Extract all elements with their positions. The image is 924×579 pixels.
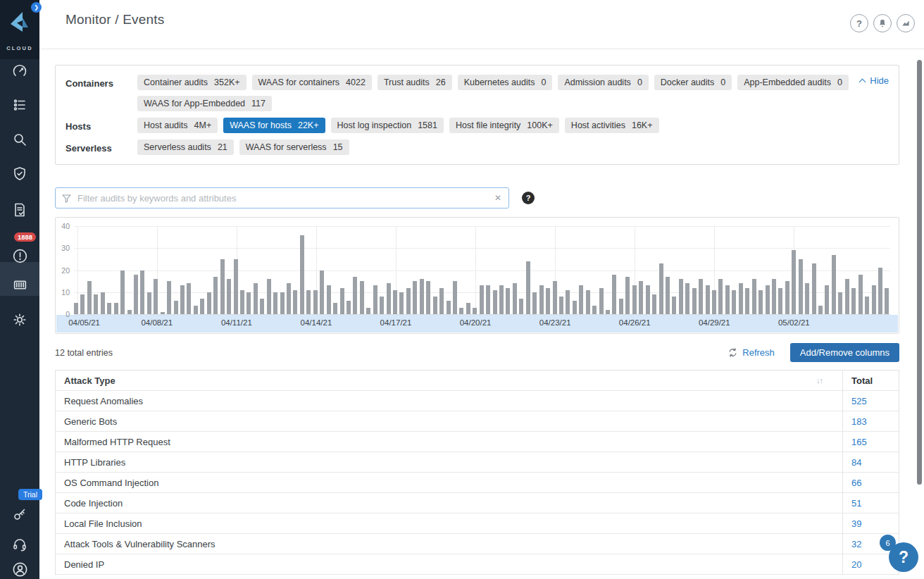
histogram-bar[interactable]	[380, 297, 384, 314]
audit-category-chip[interactable]: Docker audits0	[654, 75, 732, 90]
histogram-bar[interactable]	[799, 259, 803, 314]
histogram-bar[interactable]	[399, 292, 404, 314]
histogram-bar[interactable]	[838, 292, 842, 314]
sidebar-item-licenses[interactable]: Trial	[0, 500, 39, 528]
histogram-bar[interactable]	[74, 303, 78, 314]
histogram-bar[interactable]	[672, 297, 676, 314]
histogram-bar[interactable]	[546, 288, 550, 315]
histogram-bar[interactable]	[845, 279, 849, 314]
column-header-total[interactable]: Total	[843, 375, 899, 386]
audit-category-chip[interactable]: Host activities16K+	[565, 118, 659, 133]
total-count-link[interactable]: 20	[851, 559, 861, 570]
histogram-bar[interactable]	[878, 268, 882, 314]
hide-panel-link[interactable]: Hide	[860, 75, 889, 86]
histogram-bar[interactable]	[161, 312, 165, 314]
audit-category-chip[interactable]: Container audits352K+	[137, 75, 246, 90]
audit-category-chip[interactable]: WAAS for containers4022	[252, 75, 372, 90]
histogram-bar[interactable]	[566, 290, 570, 314]
sidebar-item-monitor[interactable]	[0, 57, 39, 85]
histogram-bar[interactable]	[513, 283, 517, 314]
histogram-bar[interactable]	[739, 283, 743, 314]
histogram-bar[interactable]	[473, 308, 477, 314]
audit-category-chip[interactable]: WAAS for hosts22K+	[223, 118, 325, 133]
histogram-bar[interactable]	[832, 255, 836, 314]
histogram-bar[interactable]	[293, 290, 297, 314]
histogram-bar[interactable]	[260, 299, 264, 314]
histogram-bar[interactable]	[87, 281, 92, 314]
add-remove-columns-button[interactable]: Add/Remove columns	[790, 343, 899, 362]
histogram-bar[interactable]	[818, 306, 823, 315]
table-row[interactable]: Attack Tools & Vulnerability Scanners32	[56, 534, 899, 554]
histogram-bar[interactable]	[480, 285, 484, 314]
audit-category-chip[interactable]: Host file integrity100K+	[449, 118, 559, 133]
histogram-bar[interactable]	[287, 283, 291, 314]
histogram-bar[interactable]	[273, 292, 277, 314]
histogram-bar[interactable]	[766, 285, 770, 314]
total-count-link[interactable]: 183	[851, 416, 867, 427]
histogram-bar[interactable]	[280, 292, 285, 314]
histogram-bar[interactable]	[320, 270, 324, 315]
histogram-bar[interactable]	[685, 283, 689, 314]
histogram-bar[interactable]	[539, 285, 544, 314]
histogram-bar[interactable]	[592, 306, 597, 315]
sidebar-item-support[interactable]	[0, 530, 39, 559]
histogram-bar[interactable]	[865, 297, 869, 314]
histogram-bar[interactable]	[812, 263, 816, 314]
sidebar-item-containers[interactable]	[0, 270, 39, 299]
sidebar-item-defend[interactable]	[0, 91, 39, 119]
histogram-bar[interactable]	[679, 279, 683, 314]
histogram-bar[interactable]	[140, 270, 144, 315]
audit-category-chip[interactable]: App-Embedded audits0	[737, 75, 849, 90]
histogram-bar[interactable]	[718, 279, 723, 314]
histogram-bar[interactable]	[194, 306, 198, 315]
histogram-bar[interactable]	[506, 288, 510, 315]
sidebar-expand-toggle[interactable]: ❯	[31, 2, 42, 13]
histogram-bar[interactable]	[180, 285, 185, 314]
histogram-bar[interactable]	[752, 279, 756, 314]
histogram-bar[interactable]	[692, 288, 697, 315]
histogram-bar[interactable]	[758, 290, 763, 314]
histogram-bar[interactable]	[387, 283, 391, 314]
histogram-bar[interactable]	[625, 277, 630, 314]
histogram-bar[interactable]	[306, 290, 311, 314]
histogram-bar[interactable]	[559, 297, 563, 314]
histogram-bar[interactable]	[120, 270, 125, 315]
total-count-link[interactable]: 165	[851, 437, 867, 447]
histogram-bar[interactable]	[267, 279, 271, 314]
histogram-bar[interactable]	[187, 283, 191, 314]
histogram-bar[interactable]	[778, 288, 782, 315]
histogram-bar[interactable]	[439, 288, 444, 315]
histogram-bar[interactable]	[825, 285, 829, 314]
sidebar-item-alerts[interactable]: 1888	[0, 242, 39, 270]
clear-filter-icon[interactable]: ✕	[493, 193, 503, 203]
table-row[interactable]: Denied IP20	[56, 554, 899, 575]
floating-help-button[interactable]: 6 ?	[889, 542, 918, 572]
histogram-bar[interactable]	[639, 281, 643, 314]
histogram-bar[interactable]	[234, 259, 238, 314]
prisma-cloud-logo[interactable]	[8, 11, 32, 37]
histogram-bar[interactable]	[606, 310, 610, 314]
histogram-bar[interactable]	[101, 292, 105, 314]
histogram-bar[interactable]	[612, 275, 616, 314]
histogram-bar[interactable]	[466, 303, 470, 314]
histogram-bar[interactable]	[300, 235, 304, 315]
histogram-bar[interactable]	[174, 301, 178, 314]
sidebar-item-search[interactable]	[0, 125, 39, 154]
audit-category-chip[interactable]: WAAS for App-Embedded117	[137, 96, 272, 111]
histogram-bar[interactable]	[254, 283, 258, 314]
table-row[interactable]: Generic Bots183	[56, 411, 899, 432]
table-row[interactable]: OS Command Injection66	[56, 473, 899, 493]
histogram-bar[interactable]	[519, 299, 523, 314]
histogram-bar[interactable]	[426, 281, 430, 314]
histogram-bar[interactable]	[127, 310, 132, 314]
histogram-bar[interactable]	[80, 294, 85, 314]
histogram-bar[interactable]	[433, 297, 437, 314]
histogram-bar[interactable]	[599, 288, 604, 315]
filter-audits-input[interactable]	[77, 193, 493, 204]
audit-category-chip[interactable]: Admission audits0	[558, 75, 648, 90]
histogram-bar[interactable]	[134, 275, 138, 314]
total-count-link[interactable]: 66	[851, 478, 861, 488]
histogram-bar[interactable]	[413, 281, 417, 314]
sidebar-item-radars[interactable]	[0, 160, 39, 188]
usage-chart-button[interactable]	[897, 14, 915, 32]
